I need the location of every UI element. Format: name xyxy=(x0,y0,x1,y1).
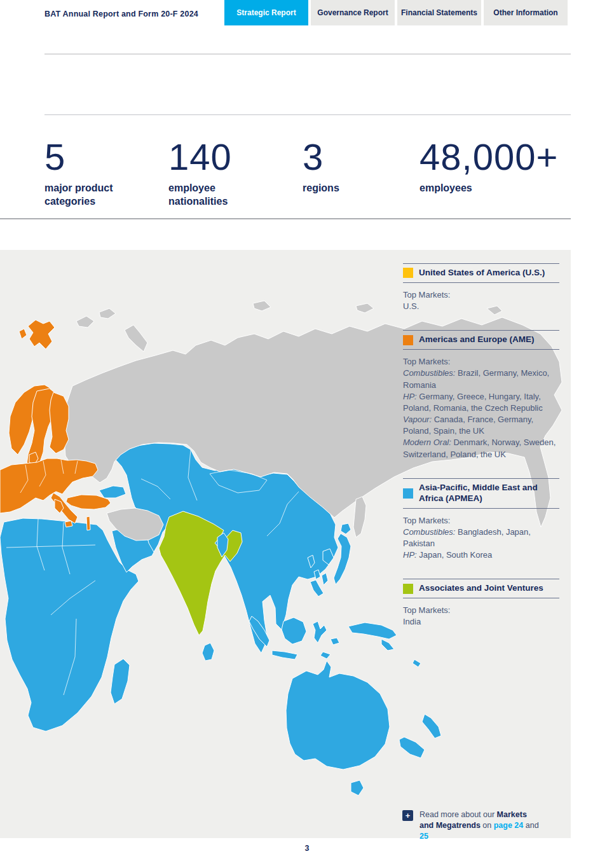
read-more-segment: Read more about our xyxy=(420,810,497,819)
legend-detail-line: Vapour: Canada, France, Germany, Poland,… xyxy=(403,414,559,437)
plus-icon[interactable]: + xyxy=(402,810,413,821)
page-link[interactable]: 25 xyxy=(420,832,428,841)
divider-stats-bottom xyxy=(0,218,571,219)
legend-detail-line: Top Markets: xyxy=(403,289,559,301)
divider-upper xyxy=(44,114,571,115)
tab-other-information[interactable]: Other Information xyxy=(484,0,568,25)
legend-swatch-us xyxy=(403,268,413,278)
legend-detail-line: India xyxy=(403,616,559,628)
legend-header: Asia-Pacific, Middle East and Africa (AP… xyxy=(403,478,559,509)
legend-header: United States of America (U.S.) xyxy=(403,263,559,283)
legend-item: Asia-Pacific, Middle East and Africa (AP… xyxy=(403,478,559,561)
tab-governance-report[interactable]: Governance Report xyxy=(311,0,395,25)
legend-title: Associates and Joint Ventures xyxy=(419,583,543,594)
legend-title: Asia-Pacific, Middle East and Africa (AP… xyxy=(419,483,559,504)
legend-swatch-associates xyxy=(403,584,413,594)
read-more-segment: and xyxy=(523,821,538,830)
stat-value: 3 xyxy=(303,139,339,176)
legend-detail-line: Combustibles: Bangladesh, Japan, Pakista… xyxy=(403,527,559,549)
legend-detail-line: Combustibles: Brazil, Germany, Mexico, R… xyxy=(403,368,559,390)
legend-header: Associates and Joint Ventures xyxy=(403,579,559,598)
legend-detail-line: U.S. xyxy=(403,301,559,312)
legend-header: Americas and Europe (AME) xyxy=(403,330,559,350)
country-finland xyxy=(50,392,69,453)
legend-item: United States of America (U.S.)Top Marke… xyxy=(403,263,559,312)
legend-details: Top Markets:Combustibles: Bangladesh, Ja… xyxy=(403,515,559,561)
legend-detail-line: Top Markets: xyxy=(403,356,559,368)
legend-detail-line: HP: Japan, South Korea xyxy=(403,549,559,561)
legend-item: Associates and Joint VenturesTop Markets… xyxy=(403,579,559,628)
legend-detail-line: HP: Germany, Greece, Hungary, Italy, Pol… xyxy=(403,391,559,414)
report-tabs: Strategic ReportGovernance ReportFinanci… xyxy=(224,0,568,25)
page-link[interactable]: page 24 xyxy=(494,821,524,830)
legend-title: United States of America (U.S.) xyxy=(419,268,545,279)
legend-details: Top Markets:Combustibles: Brazil, German… xyxy=(403,356,559,460)
map-legend: United States of America (U.S.)Top Marke… xyxy=(403,263,559,646)
legend-title: Americas and Europe (AME) xyxy=(419,334,535,345)
stat-value: 5 xyxy=(44,139,113,176)
stat-label: employees xyxy=(420,181,558,195)
report-page: BAT Annual Report and Form 20-F 2024 Str… xyxy=(0,0,614,868)
stat-label: major product categories xyxy=(44,181,113,208)
stat-value: 48,000+ xyxy=(420,139,558,176)
stat-item: 5major product categories xyxy=(44,139,113,208)
legend-detail-line: Top Markets: xyxy=(403,605,559,616)
legend-swatch-ame xyxy=(403,335,413,345)
stat-label: regions xyxy=(303,181,339,195)
read-more-text: Read more about our Markets and Megatren… xyxy=(420,809,542,842)
key-stats: 5major product categories140employee nat… xyxy=(0,139,571,209)
legend-details: Top Markets:U.S. xyxy=(403,289,559,312)
read-more-callout: + Read more about our Markets and Megatr… xyxy=(402,809,542,842)
legend-detail-line: Top Markets: xyxy=(403,515,559,527)
page-number: 3 xyxy=(0,844,614,853)
legend-details: Top Markets:India xyxy=(403,605,559,628)
document-title: BAT Annual Report and Form 20-F 2024 xyxy=(44,10,198,18)
tab-strategic-report[interactable]: Strategic Report xyxy=(224,0,308,25)
stat-label: employee nationalities xyxy=(168,181,232,208)
legend-swatch-apmea xyxy=(403,488,413,499)
tab-financial-statements[interactable]: Financial Statements xyxy=(397,0,481,25)
stat-item: 140employee nationalities xyxy=(168,139,232,208)
legend-item: Americas and Europe (AME)Top Markets:Com… xyxy=(403,330,559,460)
legend-detail-line: Modern Oral: Denmark, Norway, Sweden, Sw… xyxy=(403,437,559,460)
stat-item: 3regions xyxy=(303,139,339,195)
read-more-segment: on xyxy=(481,821,494,830)
stat-item: 48,000+employees xyxy=(420,139,558,195)
world-map-section: United States of America (U.S.)Top Marke… xyxy=(0,250,571,838)
stat-value: 140 xyxy=(168,139,232,176)
divider-top xyxy=(44,53,571,55)
country-israel xyxy=(86,516,90,530)
